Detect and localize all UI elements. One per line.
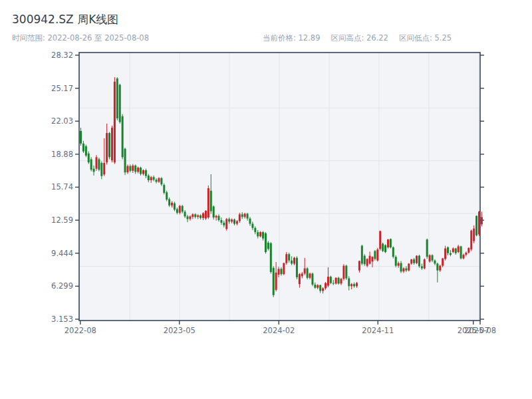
candle (408, 263, 410, 272)
candle (85, 144, 87, 157)
candle (90, 157, 92, 171)
candle (416, 255, 418, 264)
candle (475, 215, 477, 237)
stat-range-low: 区间低点: 5.25 (399, 33, 452, 43)
candle (460, 246, 462, 260)
x-tick-label: 2024-02 (263, 326, 295, 335)
candle (122, 114, 124, 160)
x-axis: 2022-082023-052024-022024-112025-072025-… (65, 321, 496, 335)
candle (119, 84, 121, 124)
price-stats: 当前价格: 12.89区间高点: 26.22区间低点: 5.25 (263, 33, 462, 43)
kline-chart: 28.3225.1722.0318.8815.7412.599.4446.299… (0, 0, 532, 399)
candle (387, 239, 389, 248)
stat-current-price: 当前价格: 12.89 (263, 33, 320, 43)
date-range-label: 时间范围: 2022-08-26 至 2025-08-08 (12, 33, 149, 43)
candle (307, 267, 309, 279)
y-tick-label: 18.88 (51, 150, 73, 159)
candle (124, 148, 126, 175)
candle (481, 211, 483, 226)
candle (364, 254, 366, 265)
candle (296, 256, 298, 279)
y-tick-label: 22.03 (51, 116, 73, 126)
candle (361, 245, 363, 265)
candle (342, 264, 344, 280)
candle (330, 276, 332, 285)
candle (273, 266, 275, 297)
candle (379, 231, 381, 251)
candle (283, 263, 285, 275)
candle (390, 239, 392, 249)
candle (213, 205, 215, 219)
y-tick-label: 6.299 (51, 281, 73, 291)
candle (426, 239, 428, 259)
candle (114, 77, 116, 164)
y-tick-label: 12.59 (51, 215, 73, 225)
y-tick-label: 3.153 (51, 315, 73, 324)
candle (225, 218, 227, 231)
y-tick-label: 9.444 (51, 249, 73, 258)
y-tick-label: 15.74 (51, 182, 73, 192)
y-tick-label: 25.17 (51, 84, 73, 93)
stat-range-high: 区间高点: 26.22 (331, 33, 388, 43)
x-tick-label: 2025-08 (464, 326, 496, 335)
x-tick-label: 2022-08 (65, 326, 96, 335)
candle (345, 265, 347, 280)
candle (384, 244, 386, 253)
candle (265, 232, 267, 253)
candle (429, 254, 431, 263)
candle (470, 229, 472, 251)
candle (395, 255, 397, 267)
y-tick-label: 28.32 (51, 51, 73, 60)
x-tick-label: 2023-05 (164, 326, 196, 335)
candle (478, 211, 480, 236)
candle (392, 246, 394, 258)
candle (95, 155, 97, 171)
kline-page: 28.3225.1722.0318.8815.7412.599.4446.299… (0, 0, 532, 399)
candle (335, 277, 337, 285)
candle (98, 158, 100, 172)
candle (424, 259, 426, 270)
candle (374, 250, 376, 261)
candle (207, 186, 209, 219)
candle (376, 248, 378, 262)
x-tick-label: 2024-11 (362, 326, 394, 335)
page-title: 300942.SZ 周K线图 (12, 12, 118, 27)
candle (108, 132, 110, 159)
candle (311, 273, 313, 287)
candle (382, 243, 384, 252)
candle (418, 255, 420, 268)
candle (163, 184, 165, 195)
candle (338, 277, 340, 285)
candle (116, 77, 118, 120)
candle (111, 126, 113, 162)
candle (270, 242, 272, 273)
